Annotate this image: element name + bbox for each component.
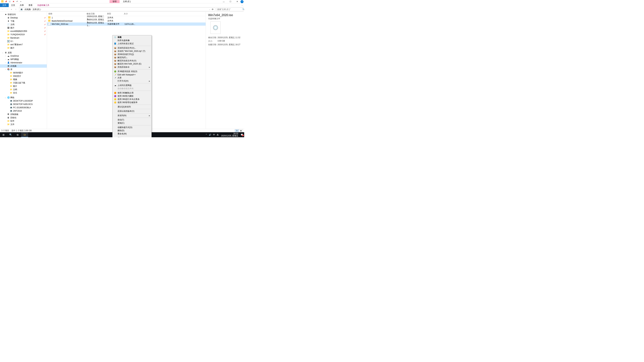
- contextual-tab-header[interactable]: 管理: [110, 0, 120, 3]
- search-box[interactable]: 🔍: [216, 7, 243, 11]
- tree-item[interactable]: 📁文档: [0, 88, 47, 91]
- tree-item[interactable]: 📁本机照片: [0, 74, 47, 78]
- context-menu-item[interactable]: 📦添加到压缩文件(A)...: [113, 46, 151, 50]
- tree-item[interactable]: 📄文档: [0, 23, 47, 26]
- volume-icon[interactable]: 🔊: [209, 134, 211, 136]
- network-icon[interactable]: 🖧: [217, 134, 219, 136]
- context-menu-item[interactable]: 通过QQ发送到: [113, 105, 151, 108]
- tree-item[interactable]: 📁视频: [0, 78, 47, 81]
- context-menu-item[interactable]: 重命名(M): [113, 132, 151, 135]
- tree-item[interactable]: 📁文件: [0, 123, 47, 126]
- tree-item[interactable]: 🗑回收站: [0, 116, 47, 119]
- tree-item[interactable]: 💻此电脑: [0, 64, 47, 68]
- col-type[interactable]: 类型: [106, 12, 122, 15]
- chevron-right-icon[interactable]: ›: [41, 8, 42, 10]
- qat-undo-icon[interactable]: ↶: [16, 0, 18, 3]
- crumb-this-pc[interactable]: 此电脑: [25, 8, 31, 11]
- clock[interactable]: 16:32 2020/12/25, 星期五: [220, 133, 239, 137]
- context-menu-item[interactable]: ☁上传到百度网盘: [113, 84, 151, 87]
- context-menu-item[interactable]: ↗共享: [113, 76, 151, 79]
- tree-item[interactable]: 💽G:\: [0, 39, 47, 43]
- tree-item[interactable]: ⌄🌐网络: [0, 96, 47, 99]
- tree-item[interactable]: 📁win7重装win7: [0, 43, 47, 46]
- ime-indicator[interactable]: 中: [213, 133, 215, 136]
- tree-item[interactable]: 💻ZMT2019: [0, 109, 47, 113]
- file-row[interactable]: BaiduNetdiskDownload2020/12/25, 星期五 1...…: [47, 19, 206, 22]
- start-button[interactable]: ⊞: [0, 132, 7, 137]
- search-button[interactable]: 🔍: [7, 132, 14, 137]
- navigation-pane[interactable]: ★快速访问🖥Desktop⬇下载📄文档🖼图片📁excel表格制作求和📁YUNQI…: [0, 12, 47, 129]
- qat-delete-icon[interactable]: ✖: [12, 0, 15, 3]
- context-menu-item[interactable]: 🟡使用 360进行木马云查杀: [113, 98, 151, 101]
- maximize-button[interactable]: ☐: [227, 0, 234, 3]
- tray-overflow-icon[interactable]: ⌃: [206, 134, 207, 136]
- qat-props-icon[interactable]: ☑: [8, 0, 11, 3]
- icons-view-button[interactable]: ▦: [239, 129, 243, 132]
- chevron-right-icon[interactable]: ›: [24, 8, 24, 10]
- context-menu-item[interactable]: 📦其他压缩命令▶: [113, 65, 151, 69]
- ribbon-tab-file[interactable]: 文件: [0, 3, 9, 7]
- details-view-button[interactable]: ☰: [235, 129, 239, 132]
- tree-item[interactable]: 📁音乐: [0, 91, 47, 94]
- nav-up-button[interactable]: ↑: [14, 8, 18, 11]
- search-input[interactable]: [217, 8, 242, 10]
- ribbon-tab-iso-tools[interactable]: 光盘映像工具: [35, 3, 52, 7]
- search-icon[interactable]: 🔍: [242, 8, 244, 10]
- tree-item[interactable]: 💻PC-20190530OBLA: [0, 106, 47, 109]
- context-menu-item[interactable]: 🟠使用 360解除占用: [113, 91, 151, 94]
- file-row[interactable]: Win7x64_2020.iso2020/12/25, 星期五 1...光盘映像…: [47, 22, 206, 26]
- tree-item[interactable]: ⌄🖥桌面: [0, 51, 47, 54]
- context-menu-item[interactable]: 还原以前的版本(V): [113, 110, 151, 113]
- tree-item[interactable]: 🛠控制面板: [0, 113, 47, 116]
- tree-item[interactable]: 🖥Desktop: [0, 16, 47, 19]
- ribbon-tab-view[interactable]: 查看: [26, 3, 35, 7]
- address-dropdown-icon[interactable]: ⌄: [209, 8, 210, 10]
- tree-item[interactable]: ›☁OneDrive: [0, 54, 47, 58]
- context-menu-item[interactable]: 删除(D): [113, 129, 151, 132]
- column-headers[interactable]: 名称 修改日期 类型 大小: [47, 12, 206, 16]
- breadcrumb[interactable]: 💻 › 此电脑 › 文档 (E:) › ⌄ ⟳: [19, 7, 215, 11]
- context-menu-item[interactable]: 🟣使用 360强力删除: [113, 94, 151, 98]
- context-menu-item[interactable]: 📦解压到当前文件夹(X): [113, 59, 151, 62]
- explorer-taskbar-button[interactable]: 🗂: [21, 132, 28, 137]
- context-menu-item[interactable]: 📘上传到有道云笔记: [113, 42, 151, 45]
- tree-item[interactable]: 🖼图片: [0, 26, 47, 29]
- tree-item[interactable]: 💻DESKTOP-NJEU3CG: [0, 103, 47, 106]
- context-menu-item[interactable]: 发送到(N)▶: [113, 114, 151, 117]
- col-name[interactable]: 名称: [47, 12, 85, 15]
- close-button[interactable]: ✕: [234, 0, 240, 3]
- ribbon-tab-home[interactable]: 主页: [9, 3, 18, 7]
- ribbon-tab-share[interactable]: 共享: [18, 3, 26, 7]
- minimize-button[interactable]: —: [220, 0, 227, 3]
- tree-item[interactable]: ›👤Administrator: [0, 61, 47, 64]
- context-menu-item[interactable]: 🟡使用 360管理右键菜单: [113, 101, 151, 104]
- col-size[interactable]: 大小: [122, 12, 135, 15]
- context-menu-item[interactable]: 📦解压到 Win7x64_2020\ (E): [113, 62, 151, 65]
- context-menu-item[interactable]: 复制(C): [113, 121, 151, 125]
- qat-pin-icon[interactable]: 📌: [5, 0, 8, 3]
- refresh-icon[interactable]: ⟳: [212, 8, 214, 10]
- tree-item[interactable]: 📁保存的图片: [0, 71, 47, 74]
- context-menu-item[interactable]: 剪切(T): [113, 118, 151, 121]
- tree-item[interactable]: 📁excel表格制作求和: [0, 29, 47, 33]
- context-menu-item[interactable]: 打开方式(H)▶: [113, 79, 151, 83]
- tree-item[interactable]: ›📚库: [0, 68, 47, 71]
- context-menu-item[interactable]: 刻录光盘映像: [113, 39, 151, 42]
- context-menu-item[interactable]: 创建快捷方式(S): [113, 126, 151, 129]
- context-menu-item[interactable]: 💿装载: [113, 36, 151, 39]
- tree-item[interactable]: ★快速访问: [0, 13, 47, 16]
- context-menu-item[interactable]: 🟢用 蜂蜜浏览器 浏览(3): [113, 70, 151, 73]
- tree-item[interactable]: 📁天翼云盘下载: [0, 81, 47, 84]
- tree-item[interactable]: 📁软件: [0, 119, 47, 123]
- qat-dropdown-icon[interactable]: ▾: [20, 0, 22, 3]
- tree-item[interactable]: 📁图片: [0, 46, 47, 50]
- nav-recent-dropdown[interactable]: ▾: [10, 8, 13, 11]
- chevron-right-icon[interactable]: ›: [31, 8, 32, 10]
- context-menu-item[interactable]: 📝Edit with Notepad++: [113, 73, 151, 76]
- tree-item[interactable]: ›☁WPS网盘: [0, 58, 47, 61]
- tree-item[interactable]: ⬇下载: [0, 19, 47, 23]
- context-menu-item[interactable]: 📦用360压缩打开(Q): [113, 53, 151, 56]
- nav-forward-button[interactable]: →: [5, 8, 9, 11]
- col-date[interactable]: 修改日期: [85, 12, 106, 15]
- tree-item[interactable]: 📁图片: [0, 84, 47, 88]
